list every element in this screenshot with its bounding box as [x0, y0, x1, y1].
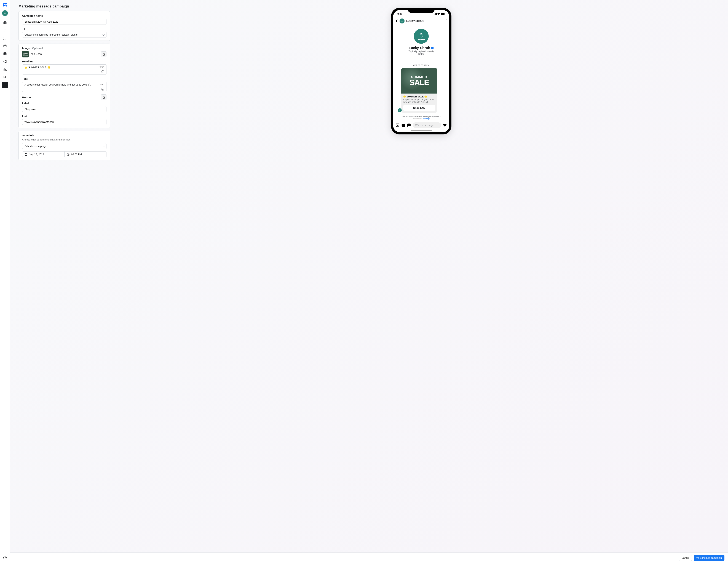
svg-rect-12 — [445, 14, 445, 14]
message-image: SUMMER SALE — [401, 68, 437, 93]
page-title: Marketing message campaign — [18, 4, 110, 8]
svg-point-14 — [446, 21, 447, 21]
business-category: Retail — [396, 53, 447, 55]
image-dimensions: 800 x 800 — [31, 53, 42, 56]
verified-badge-icon — [431, 47, 434, 49]
text-label: Text — [22, 77, 106, 80]
button-section-label: Button — [22, 96, 31, 99]
business-avatar[interactable] — [2, 10, 8, 16]
business-avatar-large: LUCKY SHRUB — [414, 29, 429, 44]
preview-headline: 🌟 SUMMER SALE 🌟 — [403, 95, 435, 98]
schedule-subtext: Choose when to send your marketing messa… — [22, 138, 106, 141]
nav-home[interactable] — [2, 19, 8, 26]
delete-button-button[interactable] — [101, 94, 106, 100]
image-thumbnail[interactable]: SUMMER SALE — [22, 51, 29, 57]
campaign-basics-card: Campaign name To Customers interested in… — [18, 11, 110, 41]
schedule-time-input[interactable]: 08:00 PM — [65, 151, 107, 157]
manage-link[interactable]: Manage — [423, 117, 430, 120]
chat-input-bar: Write a message... — [393, 121, 449, 130]
nav-posts[interactable] — [2, 43, 8, 49]
chevron-down-icon — [103, 33, 104, 36]
preview-text: A special offer just for you! Order now … — [403, 98, 435, 103]
svg-rect-8 — [435, 14, 435, 15]
svg-rect-0 — [4, 45, 6, 47]
message-sender-avatar — [398, 108, 402, 112]
svg-text:LUCKY SHRUB: LUCKY SHRUB — [418, 39, 425, 40]
nav-ads[interactable] — [2, 58, 8, 65]
schedule-campaign-button[interactable]: Schedule campaign — [694, 555, 724, 561]
button-label-label: Label — [22, 102, 106, 105]
chat-avatar — [400, 18, 405, 23]
chat-message-input[interactable]: Write a message... — [413, 122, 441, 128]
nav-planner[interactable] — [2, 50, 8, 57]
campaign-name-input[interactable] — [22, 19, 106, 25]
svg-rect-9 — [435, 13, 436, 15]
button-label-input[interactable] — [22, 106, 106, 112]
to-select[interactable]: Customers interested in drought-resistan… — [22, 32, 106, 38]
phone-preview: 9:41 — [391, 8, 451, 134]
business-name: Lucky Shrub — [396, 46, 447, 50]
gallery-icon[interactable] — [396, 123, 400, 127]
schedule-date-input[interactable]: July 28, 2022 — [22, 151, 65, 157]
camera-icon[interactable] — [401, 123, 405, 127]
message-icon[interactable] — [407, 123, 411, 127]
svg-point-13 — [446, 20, 447, 20]
svg-rect-10 — [436, 13, 437, 15]
clock-icon — [696, 557, 699, 559]
message-card: SUMMER SALE 🌟 SUMMER SALE 🌟 A special of… — [401, 68, 437, 113]
svg-point-3 — [102, 71, 104, 73]
wifi-icon — [437, 13, 440, 15]
image-label: Image · Optional — [22, 47, 106, 50]
svg-point-4 — [102, 88, 104, 90]
more-icon[interactable] — [446, 20, 447, 22]
calendar-icon — [25, 153, 27, 156]
svg-rect-1 — [4, 52, 6, 55]
heart-icon[interactable] — [443, 123, 447, 127]
nav-menu[interactable] — [2, 82, 8, 88]
meta-logo[interactable] — [2, 2, 8, 8]
headline-input[interactable]: 🌟 SUMMER SALE 🌟 23/80 — [22, 64, 106, 75]
svg-rect-5 — [25, 153, 27, 156]
business-reply-time: Typically replies instantly — [396, 50, 447, 53]
text-count: 71/80 — [98, 83, 104, 86]
svg-rect-7 — [434, 14, 434, 15]
button-link-input[interactable] — [22, 119, 106, 125]
content-card: Image · Optional SUMMER SALE 800 x 800 — [18, 44, 110, 128]
preview-cta-button[interactable]: Shop now — [403, 105, 435, 111]
battery-icon — [441, 13, 445, 15]
chevron-down-icon — [103, 145, 104, 148]
sidebar — [0, 0, 10, 563]
svg-point-18 — [397, 124, 397, 125]
to-label: To — [22, 27, 106, 30]
to-value: Customers interested in drought-resistan… — [25, 33, 77, 36]
delete-image-button[interactable] — [101, 51, 106, 57]
nav-inbox[interactable] — [2, 35, 8, 41]
schedule-card: Schedule Choose when to send your market… — [18, 131, 110, 160]
message-disclaimer: You've chosen to receive messages: Updat… — [399, 115, 443, 120]
nav-tools[interactable] — [2, 74, 8, 80]
button-link-label: Link — [22, 115, 106, 117]
svg-rect-11 — [441, 13, 445, 15]
emoji-picker-icon[interactable] — [101, 87, 105, 91]
schedule-label: Schedule — [22, 134, 106, 137]
footer: Cancel Schedule campaign — [10, 553, 728, 563]
cancel-button[interactable]: Cancel — [679, 555, 692, 561]
campaign-name-label: Campaign name — [22, 14, 106, 17]
schedule-option-select[interactable]: Schedule campaign — [22, 143, 106, 149]
back-icon[interactable] — [396, 19, 398, 23]
emoji-picker-icon[interactable] — [101, 70, 105, 73]
nav-notifications[interactable] — [2, 27, 8, 33]
svg-point-15 — [446, 22, 447, 22]
chat-title: LUCKY SHRUB — [406, 20, 444, 22]
text-input[interactable]: A special offer just for you! Order now … — [22, 82, 106, 92]
signal-icon — [434, 13, 437, 15]
message-timestamp: APR 20, 08:00 PM — [396, 64, 447, 66]
headline-count: 23/80 — [98, 66, 104, 69]
nav-insights[interactable] — [2, 66, 8, 73]
clock-icon — [67, 153, 69, 156]
chat-header: LUCKY SHRUB — [393, 18, 449, 25]
home-indicator — [411, 130, 432, 131]
headline-label: Headline — [22, 60, 106, 63]
nav-help[interactable] — [2, 554, 8, 561]
